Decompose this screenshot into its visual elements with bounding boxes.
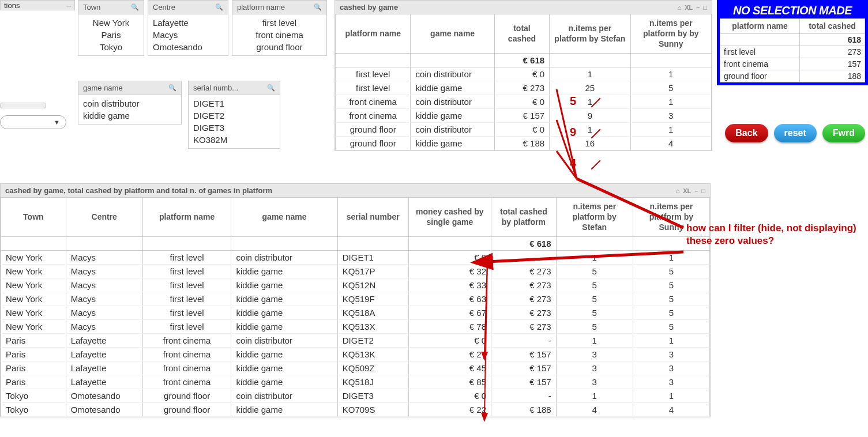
cashed-by-game-panel: cashed by game ⌂ XL – □ platform name ga… <box>335 0 712 151</box>
panel-ctrl-xl[interactable]: XL <box>683 187 691 194</box>
detail-panel: cashed by game, total cashed by platform… <box>0 183 711 417</box>
detail-table: Town Centre platform name game name seri… <box>1 198 710 417</box>
detail-row[interactable]: New YorkMacysfirst levelkiddie gameKQ519… <box>1 292 710 306</box>
filter-centre-header: Centre 🔍 <box>148 1 228 14</box>
filter-town: Town 🔍 New York Paris Tokyo <box>78 0 144 56</box>
filter-game-name: game name 🔍 coin distributor kiddie game <box>78 81 182 125</box>
detail-row[interactable]: ParisLafayettefront cinemakiddie gameKQ5… <box>1 347 710 361</box>
filter-centre-item[interactable]: Macys <box>153 29 223 41</box>
detail-row[interactable]: TokyoOmotesandoground floorcoin distribu… <box>1 389 710 402</box>
actions-header: tions – <box>0 0 75 10</box>
filter-serial-item[interactable]: DIGET3 <box>193 122 275 134</box>
side-total-row: 618 <box>720 33 865 46</box>
col-money[interactable]: money cashed by single game <box>408 198 491 236</box>
cashed-row[interactable]: front cinemakiddie game€ 15793 <box>336 108 712 122</box>
cashed-row[interactable]: front cinemacoin distributor€ 011 <box>336 95 712 108</box>
search-icon[interactable]: 🔍 <box>314 3 322 11</box>
col-stefan[interactable]: n.items per platform by Stefan <box>556 198 633 236</box>
no-selection-title: NO SELECTION MADE <box>720 3 865 18</box>
filter-town-item[interactable]: New York <box>83 17 139 29</box>
cashed-total-value: € 618 <box>494 53 549 67</box>
filter-game-header: game name 🔍 <box>78 81 181 95</box>
search-icon[interactable]: 🔍 <box>131 3 139 11</box>
panel-ctrl-min[interactable]: – <box>696 4 700 11</box>
filter-serial-item[interactable]: DIGET1 <box>193 97 275 110</box>
col-total-cashed[interactable]: total cashed by platform <box>491 198 557 236</box>
filter-serial-header: serial numb... 🔍 <box>189 81 280 95</box>
panel-ctrl-min[interactable]: – <box>694 187 698 194</box>
filter-game-title: game name <box>83 84 123 92</box>
filter-platform-name: platform name 🔍 first level front cinema… <box>232 0 327 56</box>
svg-line-2 <box>557 151 577 179</box>
detail-row[interactable]: ParisLafayettefront cinemacoin distribut… <box>1 333 710 347</box>
filter-centre-item[interactable]: Lafayette <box>153 17 223 29</box>
col-platform[interactable]: platform name <box>142 198 231 236</box>
col-game-name[interactable]: game name <box>411 14 494 53</box>
forward-button[interactable]: Fwrd <box>822 124 865 142</box>
filter-serial-item[interactable]: KO382M <box>193 134 275 146</box>
filter-town-title: Town <box>83 3 100 12</box>
filter-town-header: Town 🔍 <box>78 1 144 14</box>
filter-town-item[interactable]: Paris <box>83 29 139 41</box>
cashed-row[interactable]: first levelkiddie game€ 273255 <box>336 81 712 95</box>
filter-game-item[interactable]: kiddie game <box>83 110 176 122</box>
search-icon[interactable]: 🔍 <box>267 84 275 92</box>
panel-controls: ⌂ XL – □ <box>678 4 708 11</box>
filter-platform-item[interactable]: ground floor <box>237 41 322 53</box>
cashed-row[interactable]: first levelcoin distributor€ 011 <box>336 67 712 81</box>
back-button[interactable]: Back <box>725 124 768 142</box>
filter-game-item[interactable]: coin distributor <box>83 97 176 110</box>
col-items-stefan[interactable]: n.items per platform by Stefan <box>550 14 630 53</box>
cashed-row[interactable]: ground floorkiddie game€ 188164 <box>336 136 712 150</box>
filter-platform-header: platform name 🔍 <box>232 1 326 14</box>
col-game[interactable]: game name <box>231 198 337 236</box>
detail-row[interactable]: TokyoOmotesandoground floorkiddie gameKO… <box>1 402 710 416</box>
panel-ctrl-xl[interactable]: XL <box>685 4 693 11</box>
annotation-correction: 4 <box>570 157 576 170</box>
detail-row[interactable]: New YorkMacysfirst levelkiddie gameKQ513… <box>1 319 710 333</box>
cashed-row[interactable]: ground floorcoin distributor€ 011 <box>336 122 712 136</box>
search-icon[interactable]: 🔍 <box>168 84 176 92</box>
detail-row[interactable]: New YorkMacysfirst levelcoin distributor… <box>1 250 710 264</box>
detail-row[interactable]: New YorkMacysfirst levelkiddie gameKQ512… <box>1 278 710 292</box>
side-col-total: total cashed <box>800 19 865 34</box>
search-icon[interactable]: 🔍 <box>215 3 223 11</box>
panel-ctrl-home[interactable]: ⌂ <box>678 4 682 11</box>
panel-ctrl-max[interactable]: □ <box>703 4 707 11</box>
no-selection-table: platform name total cashed 618 first lev… <box>720 18 865 82</box>
filter-platform-item[interactable]: first level <box>237 17 322 29</box>
scroll-indicator[interactable] <box>0 103 46 108</box>
side-row[interactable]: front cinema157 <box>720 58 865 70</box>
col-items-sunny[interactable]: n.items per platform by by Sunny <box>630 14 711 53</box>
reset-button[interactable]: reset <box>774 124 817 142</box>
chevron-down-icon: ▼ <box>54 119 60 126</box>
col-sunny[interactable]: n.items per platform by Sunny <box>633 198 709 236</box>
panel-ctrl-home[interactable]: ⌂ <box>676 187 680 194</box>
col-centre[interactable]: Centre <box>66 198 142 236</box>
detail-row[interactable]: New YorkMacysfirst levelkiddie gameKQ517… <box>1 264 710 278</box>
filter-platform-item[interactable]: front cinema <box>237 29 322 41</box>
filter-centre-item[interactable]: Omotesando <box>153 41 223 53</box>
annotation-question: how can I filter (hide, not displaying) … <box>686 222 868 247</box>
side-row[interactable]: ground floor188 <box>720 70 865 82</box>
filter-centre-title: Centre <box>153 3 175 12</box>
detail-row[interactable]: ParisLafayettefront cinemakiddie gameKQ5… <box>1 361 710 375</box>
select-dropdown[interactable]: ▼ <box>0 115 66 129</box>
actions-minimize[interactable]: – <box>67 1 71 10</box>
col-serial[interactable]: serial number <box>337 198 408 236</box>
button-row: Back reset Fwrd <box>725 124 865 142</box>
side-col-platform: platform name <box>720 19 800 34</box>
annotation-strikethrough <box>591 160 601 170</box>
side-row[interactable]: first level273 <box>720 46 865 58</box>
detail-total-value: € 618 <box>491 236 557 250</box>
col-town[interactable]: Town <box>1 198 66 236</box>
col-total-cashed[interactable]: total cashed <box>494 14 549 53</box>
detail-row[interactable]: New YorkMacysfirst levelkiddie gameKQ518… <box>1 306 710 319</box>
col-platform-name[interactable]: platform name <box>336 14 411 53</box>
filter-town-item[interactable]: Tokyo <box>83 41 139 53</box>
filter-serial-number: serial numb... 🔍 DIGET1 DIGET2 DIGET3 KO… <box>188 81 280 149</box>
panel-ctrl-max[interactable]: □ <box>701 187 705 194</box>
filter-platform-title: platform name <box>237 3 285 12</box>
detail-row[interactable]: ParisLafayettefront cinemakiddie gameKQ5… <box>1 375 710 389</box>
filter-serial-item[interactable]: DIGET2 <box>193 110 275 122</box>
